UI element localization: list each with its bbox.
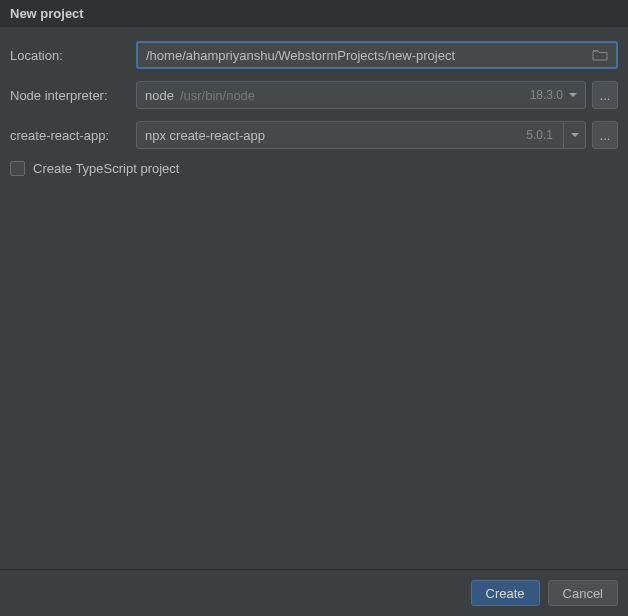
cra-dropdown-button[interactable]	[563, 121, 585, 149]
dialog-title: New project	[0, 0, 628, 27]
interpreter-version: 18.3.0	[530, 88, 563, 102]
create-button[interactable]: Create	[471, 580, 540, 606]
cra-combo[interactable]: npx create-react-app 5.0.1	[136, 121, 586, 149]
folder-icon[interactable]	[592, 49, 608, 61]
typescript-checkbox[interactable]	[10, 161, 25, 176]
typescript-row: Create TypeScript project	[10, 161, 618, 176]
interpreter-label: Node interpreter:	[10, 88, 126, 103]
dialog-footer: Create Cancel	[0, 569, 628, 616]
chevron-down-icon	[571, 133, 579, 137]
location-field[interactable]	[146, 48, 608, 63]
cra-version: 5.0.1	[526, 128, 553, 142]
cra-row: create-react-app: npx create-react-app 5…	[10, 121, 618, 149]
cra-label: create-react-app:	[10, 128, 126, 143]
interpreter-value: node /usr/bin/node	[145, 88, 530, 103]
typescript-label[interactable]: Create TypeScript project	[33, 161, 179, 176]
interpreter-row: Node interpreter: node /usr/bin/node 18.…	[10, 81, 618, 109]
chevron-down-icon[interactable]	[569, 93, 577, 97]
dialog-content: Location: Node interpreter: node /usr/bi…	[0, 27, 628, 569]
interpreter-browse-button[interactable]: ...	[592, 81, 618, 109]
location-row: Location:	[10, 41, 618, 69]
interpreter-combo[interactable]: node /usr/bin/node 18.3.0	[136, 81, 586, 109]
location-input[interactable]	[136, 41, 618, 69]
cra-value: npx create-react-app	[145, 128, 526, 143]
cra-browse-button[interactable]: ...	[592, 121, 618, 149]
location-label: Location:	[10, 48, 126, 63]
cancel-button[interactable]: Cancel	[548, 580, 618, 606]
